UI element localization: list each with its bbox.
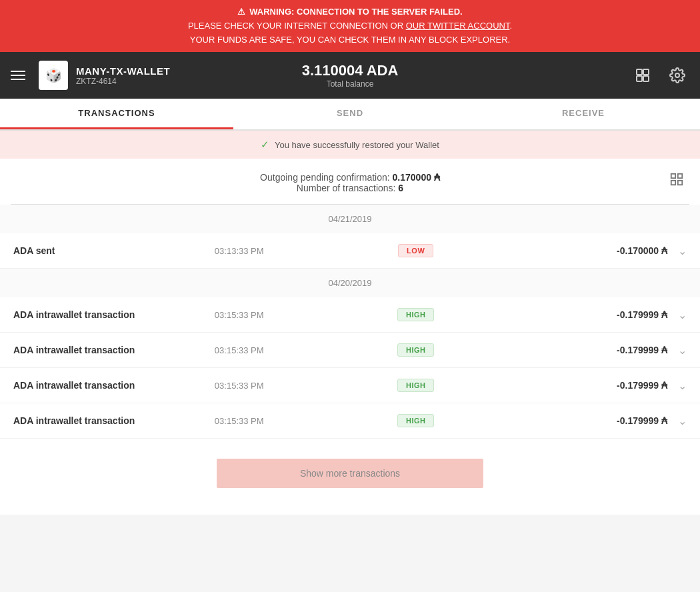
tx-count-label: Number of transactions: <box>297 183 396 193</box>
tx-badge: HIGH <box>365 343 466 357</box>
transaction-row[interactable]: ADA sent 03:13:33 PM LOW -0.170000 ₳ ⌄ <box>0 233 700 269</box>
tx-amount: -0.179999 ₳ <box>466 345 667 355</box>
header: 🎲 MANY-TX-WALLET ZKTZ-4614 3.110004 ADA … <box>0 52 700 99</box>
export-icon[interactable] <box>669 172 684 190</box>
badge-high: HIGH <box>397 414 435 427</box>
svg-rect-0 <box>637 69 642 75</box>
warning-line1: WARNING: CONNECTION TO THE SERVER FAILED… <box>249 5 462 19</box>
wallet-info: MANY-TX-WALLET ZKTZ-4614 <box>76 65 170 86</box>
tx-time: 03:15:33 PM <box>215 416 365 426</box>
pending-label: Outgoing pending confirmation: <box>260 172 390 183</box>
svg-rect-2 <box>637 76 642 81</box>
tab-send[interactable]: SEND <box>233 99 467 129</box>
show-more-container: Show more transactions <box>0 439 700 515</box>
avatar-icon: 🎲 <box>45 67 62 83</box>
transaction-row[interactable]: ADA intrawallet transaction 03:15:33 PM … <box>0 333 700 368</box>
tx-amount: -0.179999 ₳ <box>466 309 667 320</box>
tab-receive[interactable]: RECEIVE <box>467 99 700 129</box>
tx-time: 03:15:33 PM <box>215 381 365 391</box>
svg-rect-7 <box>678 181 682 185</box>
tx-amount: -0.179999 ₳ <box>466 380 667 391</box>
chevron-down-icon: ⌄ <box>678 344 687 357</box>
warning-icon: ⚠ <box>237 5 245 19</box>
svg-point-4 <box>675 73 679 77</box>
tx-title: ADA intrawallet transaction <box>13 345 215 355</box>
tx-time: 03:15:33 PM <box>215 310 365 320</box>
success-message: You have successfully restored your Wall… <box>275 140 439 150</box>
pending-info: Outgoing pending confirmation: 0.170000 … <box>11 172 689 183</box>
tx-title: ADA intrawallet transaction <box>13 309 215 320</box>
warning-line2-prefix: PLEASE CHECK YOUR INTERNET CONNECTION OR <box>188 21 406 31</box>
badge-low: LOW <box>398 244 433 257</box>
date-group-header-2: 04/20/2019 <box>0 269 700 297</box>
tx-badge: LOW <box>365 244 466 257</box>
chevron-down-icon: ⌄ <box>678 309 687 321</box>
tx-badge: HIGH <box>365 414 466 427</box>
badge-high: HIGH <box>397 343 435 357</box>
tx-amount: -0.179999 ₳ <box>466 415 667 426</box>
balance-label: Total balance <box>302 79 399 89</box>
settings-icon[interactable] <box>665 63 689 87</box>
check-icon: ✓ <box>261 139 269 151</box>
twitter-link[interactable]: OUR TWITTER ACCOUNT <box>406 21 510 31</box>
date-group-header-1: 04/21/2019 <box>0 205 700 233</box>
tx-time: 03:15:33 PM <box>215 345 365 355</box>
tab-transactions[interactable]: TRANSACTIONS <box>0 99 233 129</box>
svg-rect-8 <box>671 181 675 185</box>
warning-line3: YOUR FUNDS ARE SAFE, YOU CAN CHECK THEM … <box>11 33 689 47</box>
svg-rect-5 <box>671 174 675 178</box>
badge-high: HIGH <box>397 379 435 392</box>
tx-title: ADA intrawallet transaction <box>13 415 215 426</box>
chevron-down-icon: ⌄ <box>678 245 687 257</box>
tabs: TRANSACTIONS SEND RECEIVE <box>0 99 700 131</box>
warning-banner: ⚠ WARNING: CONNECTION TO THE SERVER FAIL… <box>0 0 700 52</box>
wallet-id: ZKTZ-4614 <box>76 77 170 86</box>
header-right <box>631 63 689 87</box>
summary: Outgoing pending confirmation: 0.170000 … <box>0 159 700 204</box>
menu-icon[interactable] <box>11 71 25 80</box>
svg-rect-1 <box>643 69 649 75</box>
tx-count-info: Number of transactions: 6 <box>11 183 689 193</box>
balance-amount: 3.110004 ADA <box>302 62 399 79</box>
tx-title: ADA intrawallet transaction <box>13 380 215 391</box>
transaction-row[interactable]: ADA intrawallet transaction 03:15:33 PM … <box>0 297 700 333</box>
success-banner: ✓ You have successfully restored your Wa… <box>0 131 700 159</box>
transaction-row[interactable]: ADA intrawallet transaction 03:15:33 PM … <box>0 368 700 403</box>
transaction-row[interactable]: ADA intrawallet transaction 03:15:33 PM … <box>0 403 700 439</box>
svg-rect-6 <box>678 174 682 178</box>
svg-rect-3 <box>643 76 649 81</box>
notifications-icon[interactable] <box>631 63 655 87</box>
wallet-name: MANY-TX-WALLET <box>76 65 170 77</box>
main-content: ✓ You have successfully restored your Wa… <box>0 131 700 515</box>
pending-amount: 0.170000 ₳ <box>393 172 440 183</box>
wallet-avatar: 🎲 <box>39 61 68 90</box>
tx-badge: HIGH <box>365 308 466 321</box>
chevron-down-icon: ⌄ <box>678 379 687 392</box>
warning-line2: PLEASE CHECK YOUR INTERNET CONNECTION OR… <box>11 19 689 33</box>
tx-time: 03:13:33 PM <box>215 246 365 256</box>
header-center: 3.110004 ADA Total balance <box>302 62 399 89</box>
tx-badge: HIGH <box>365 379 466 392</box>
tx-count: 6 <box>398 183 403 193</box>
tx-amount: -0.170000 ₳ <box>466 245 667 256</box>
tx-title: ADA sent <box>13 245 215 256</box>
warning-title: ⚠ WARNING: CONNECTION TO THE SERVER FAIL… <box>11 5 689 19</box>
show-more-button[interactable]: Show more transactions <box>217 459 483 488</box>
badge-high: HIGH <box>397 308 435 321</box>
header-left: 🎲 MANY-TX-WALLET ZKTZ-4614 <box>11 61 170 90</box>
chevron-down-icon: ⌄ <box>678 415 687 427</box>
